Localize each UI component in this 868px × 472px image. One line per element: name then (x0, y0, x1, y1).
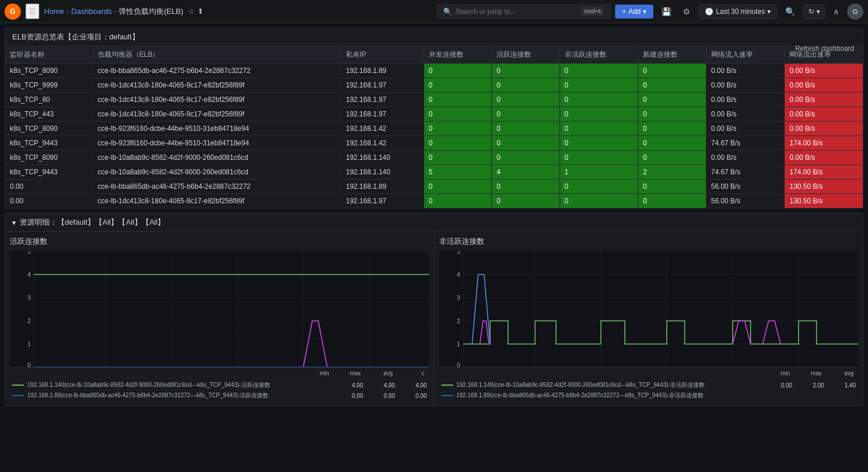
legend-vals-1: 4.00 4.00 4.00 (343, 382, 427, 389)
table-cell: 0 (560, 151, 638, 165)
table-row: k8s_TCP_443cce-lb-1dc413c8-180e-4065-9c1… (5, 107, 863, 122)
table-cell: 0 (560, 93, 638, 107)
table-cell: cce-lb-10a8ab9c-8582-4d2f-9000-260ed081c… (93, 165, 341, 180)
svg-text:1: 1 (27, 341, 31, 347)
col-inactive[interactable]: 非活跃连接数 (560, 46, 638, 64)
table-row: k8s_TCP_8090cce-lb-10a8ab9c-8582-4d2f-90… (5, 151, 863, 165)
table-cell: 0 (424, 64, 491, 78)
table-cell: 0 (492, 93, 560, 107)
table-cell: cce-lb-1dc413c8-180e-4065-9c17-e82bf256f… (93, 78, 341, 93)
legend-avg-2: 0.00 (407, 393, 427, 399)
table-cell: 0 (638, 107, 706, 122)
svg-text:0: 0 (457, 362, 460, 367)
table-cell: 0 (424, 78, 491, 93)
table-cell: 0.00 B/s (706, 151, 785, 165)
table-cell: 2 (638, 165, 706, 180)
refresh-dashboard-label: Refresh dashboard (795, 45, 854, 53)
collapse-button[interactable]: ∧ (830, 5, 843, 19)
svg-text:2: 2 (27, 318, 31, 324)
share-icon[interactable]: ⬆ (197, 7, 204, 16)
table-cell: 0.00 B/s (785, 151, 863, 165)
rcol-avg-header: avg (833, 370, 854, 376)
legend-label-1: 192.168.1.140(cce-lb-10a8ab9c-8582-4d2f-… (27, 381, 340, 389)
table-cell: 0 (638, 136, 706, 151)
svg-text:5: 5 (457, 251, 460, 255)
col-ip[interactable]: 私有IP (341, 46, 424, 64)
table-cell: cce-lb-923f6160-dcbe-44be-9510-31eb84718… (93, 122, 341, 136)
table-cell: 192.168.1.42 (341, 122, 424, 136)
hamburger-button[interactable]: ☰ (25, 3, 39, 19)
table-cell: k8s_TCP_443 (5, 107, 93, 122)
settings-button[interactable]: ⚙ (679, 5, 694, 19)
add-button[interactable]: + Add ▾ (615, 5, 653, 19)
table-cell: cce-lb-bba865db-ac46-4275-b6b4-2e2887c32… (93, 180, 341, 194)
col-active[interactable]: 活跃连接数 (492, 46, 560, 64)
col-inrate[interactable]: 网络流入速率 (706, 46, 785, 64)
section-header[interactable]: ▾ 资源明细：【default】【All】【All】【All】 (5, 213, 863, 232)
grafana-logo: G (5, 3, 21, 20)
table-cell: cce-lb-1dc413c8-180e-4065-9c17-e82bf256f… (93, 107, 341, 122)
star-icon[interactable]: ☆ (188, 7, 195, 16)
col-elb[interactable]: 负载均衡器（ELB） (93, 46, 341, 64)
table-cell: 0 (560, 136, 638, 151)
right-legend-avg-1: 1.40 (836, 382, 856, 389)
table-cell: 0 (492, 136, 560, 151)
right-chart-legend-header: min max avg (439, 367, 859, 378)
dashboards-link[interactable]: Dashboards (71, 7, 112, 16)
table-cell: 192.168.1.97 (341, 93, 424, 107)
table-cell: 174.00 B/s (785, 165, 863, 180)
table-cell: 0.00 B/s (706, 64, 785, 78)
table-row: k8s_TCP_9443cce-lb-10a8ab9c-8582-4d2f-90… (5, 165, 863, 180)
right-legend-item-1: 192.168.1.140(cce-lb-10a8ab9c-8582-4d2f-… (439, 380, 859, 390)
legend-avg-1: 4.00 (407, 382, 427, 389)
table-cell: k8s_TCP_80 (5, 93, 93, 107)
right-legend-color-2 (442, 395, 453, 396)
table-cell: 192.168.1.97 (341, 194, 424, 208)
search-bar[interactable]: 🔍 cmd+k (437, 4, 610, 19)
table-cell: 174.00 B/s (785, 136, 863, 151)
home-link[interactable]: Home (44, 7, 64, 16)
rcol-max-header: max (801, 370, 822, 376)
table-row: k8s_TCP_9443cce-lb-923f6160-dcbe-44be-95… (5, 136, 863, 151)
left-chart-svg: 5 4 3 2 1 0 19:35 19:40 (10, 251, 429, 367)
table-cell: 56.00 B/s (706, 194, 785, 208)
table-cell: 0.00 B/s (785, 78, 863, 93)
sep2: › (114, 7, 116, 16)
search-input[interactable] (455, 8, 578, 16)
svg-text:1: 1 (457, 341, 460, 347)
col-concurrent[interactable]: 并发连接数 (424, 46, 491, 64)
table-cell: 0.00 (5, 194, 93, 208)
legend-vals-2: 0.00 0.00 0.00 (343, 393, 427, 399)
search-icon: 🔍 (443, 8, 452, 16)
table-cell: k8s_TCP_8090 (5, 64, 93, 78)
table-cell: 0 (560, 64, 638, 78)
left-chart-title: 活跃连接数 (10, 236, 429, 247)
table-cell: 192.168.1.97 (341, 107, 424, 122)
section-chevron-icon: ▾ (12, 218, 16, 227)
table-cell: 0.00 B/s (785, 93, 863, 107)
col-listener[interactable]: 监听器名称 (5, 46, 93, 64)
table-cell: 0.00 B/s (785, 64, 863, 78)
left-chart-legend-header: min max avg c (10, 367, 429, 378)
legend-max-1: 4.00 (375, 382, 395, 389)
time-picker[interactable]: 🕐 Last 30 minutes ▾ (698, 4, 777, 19)
table-cell: 0 (638, 194, 706, 208)
refresh-icon: ↻ (808, 8, 814, 16)
col-min-header: min (309, 370, 329, 376)
table-row: k8s_TCP_9999cce-lb-1dc413c8-180e-4065-9c… (5, 78, 863, 93)
legend-label-2: 192.168.1.89(cce-lb-bba865db-ac46-4275-b… (27, 391, 340, 400)
table-cell: 192.168.1.89 (341, 180, 424, 194)
right-legend-item-2: 192.168.1.89(cce-lb-bba865db-ac46-4275-b… (439, 390, 859, 401)
table-row: 0.00cce-lb-bba865db-ac46-4275-b6b4-2e288… (5, 180, 863, 194)
zoom-out-button[interactable]: 🔍 (782, 5, 799, 19)
refresh-button[interactable]: ↻ ▾ (803, 4, 825, 19)
col-new[interactable]: 新建连接数 (638, 46, 706, 64)
table-cell: 0 (638, 151, 706, 165)
table-cell: 0 (424, 136, 491, 151)
table-cell: 0 (560, 194, 638, 208)
table-cell: 0 (560, 122, 638, 136)
avatar[interactable]: G (847, 3, 863, 20)
svg-text:3: 3 (27, 295, 31, 301)
save-button[interactable]: 💾 (658, 5, 675, 19)
section-label: 资源明细：【default】【All】【All】【All】 (20, 217, 165, 228)
